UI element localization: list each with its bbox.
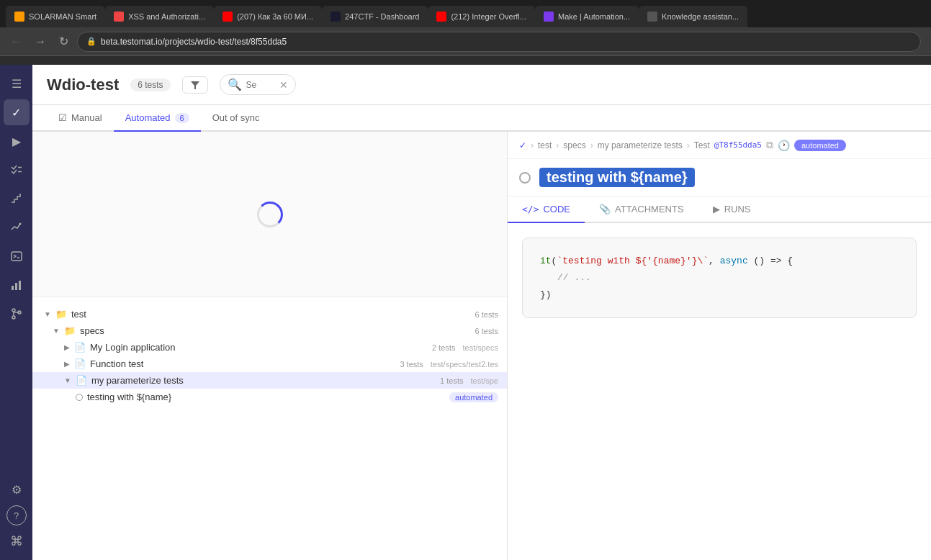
tree-item-testing-name-label: testing with ${name} (87, 392, 445, 402)
breadcrumb-sep-2: › (556, 140, 559, 150)
detail-tab-code[interactable]: </> CODE (508, 197, 585, 223)
content-split: ▼ 📁 test 6 tests ▼ 📁 specs 6 tests ▶ (32, 132, 931, 560)
tab-xss[interactable]: XSS and Authorizati... (105, 6, 214, 27)
help-icon[interactable]: ? (6, 505, 27, 525)
tab-make[interactable]: Make | Automation... (535, 6, 639, 27)
tree-item-my-login-path: test/specs (462, 343, 498, 352)
copy-icon[interactable]: ⧉ (766, 139, 773, 151)
hamburger-menu-icon[interactable]: ☰ (4, 71, 30, 96)
breadcrumb-sep-1: › (531, 140, 534, 150)
expand-icon[interactable]: ▼ (44, 310, 51, 318)
tree-item-function-test-path: test/specs/test2.tes (431, 360, 498, 369)
tree-folder-specs[interactable]: ▼ 📁 specs 6 tests (32, 322, 507, 339)
svg-point-2 (19, 223, 21, 225)
code-async-keyword: async (720, 256, 748, 266)
chart-icon[interactable] (4, 272, 30, 298)
tab-out-of-sync-label: Out of sync (212, 112, 260, 123)
specs-folder-icon: 📁 (64, 325, 76, 336)
checkmark-icon[interactable]: ✓ (4, 99, 30, 125)
runs-tab-label: RUNS (724, 204, 751, 214)
list-check-icon[interactable] (4, 157, 30, 183)
file-icon-function-test: 📄 (74, 358, 86, 369)
expand-specs-icon[interactable]: ▼ (53, 327, 60, 335)
filter-button[interactable] (182, 76, 208, 94)
expand-my-login-icon[interactable]: ▶ (64, 343, 70, 351)
tab-automated-label: Automated (125, 112, 171, 123)
svg-rect-7 (19, 281, 21, 290)
browser-tabs: SOLARMAN Smart XSS and Authorizati... (2… (0, 0, 931, 27)
breadcrumb-test-label[interactable]: Test (694, 140, 710, 150)
terminal-icon[interactable] (4, 243, 30, 269)
breadcrumb-test-id: @T8f55dda5 (714, 140, 762, 150)
tree-folder-test[interactable]: ▼ 📁 test 6 tests (32, 306, 507, 322)
tree-item-parameterize[interactable]: ▼ 📄 my parameterize tests 1 tests test/s… (32, 372, 507, 389)
project-title: Wdio-test (47, 76, 119, 94)
tab-out-of-sync[interactable]: Out of sync (201, 105, 271, 132)
code-block: it(`testing with ${'{name}'}\`, async ()… (522, 238, 917, 318)
address-bar[interactable]: 🔒 beta.testomat.io/projects/wdio-test/te… (77, 32, 921, 52)
back-button[interactable]: ← (6, 32, 26, 51)
tab-manual-label: Manual (71, 112, 102, 123)
breadcrumb-sep-4: › (687, 140, 690, 150)
code-panel: it(`testing with ${'{name}'}\`, async ()… (508, 223, 931, 560)
analytics-icon[interactable] (4, 214, 30, 240)
tab-247ctf[interactable]: 247CTF - Dashboard (322, 6, 428, 27)
tab-manual[interactable]: ☑ Manual (47, 105, 114, 132)
code-tab-label: CODE (543, 204, 570, 214)
breadcrumb-parameterize[interactable]: my parameterize tests (598, 140, 683, 150)
loading-spinner (257, 202, 283, 227)
tree-folder-test-count: 6 tests (475, 310, 498, 319)
test-status-circle (519, 172, 531, 184)
test-title-text: testing with ${name} (539, 168, 695, 187)
runs-tab-icon: ▶ (713, 204, 720, 214)
tab-207[interactable]: (207) Как 3а 60 МИ... (214, 6, 322, 27)
test-title-row: testing with ${name} (508, 159, 931, 197)
tree-item-my-login[interactable]: ▶ 📄 My Login application 2 tests test/sp… (32, 339, 507, 356)
tree-item-function-test-label: Function test (90, 358, 392, 369)
test-detail-panel: ✓ › test › specs › my parameterize tests… (508, 132, 931, 560)
icon-sidebar: ☰ ✓ ▶ ⚙ ? ⌘ (0, 65, 32, 560)
history-icon[interactable]: 🕐 (778, 140, 790, 151)
tab-automated-count: 6 (175, 113, 189, 123)
tests-count-badge: 6 tests (130, 78, 170, 91)
main-content: Wdio-test 6 tests 🔍 ✕ ☑ Manual Automated… (32, 65, 931, 560)
search-input[interactable] (246, 80, 275, 90)
settings-icon[interactable]: ⚙ (4, 477, 30, 502)
tree-item-parameterize-count: 1 tests (440, 376, 463, 385)
lock-icon: 🔒 (86, 37, 96, 46)
command-icon[interactable]: ⌘ (4, 528, 30, 554)
tab-212[interactable]: (212) Integer Overfl... (428, 6, 535, 27)
tree-loading-area (32, 132, 507, 297)
search-bar[interactable]: 🔍 ✕ (220, 74, 296, 95)
svg-rect-5 (12, 286, 14, 290)
breadcrumb-test[interactable]: test (538, 140, 552, 150)
tab-knowledge[interactable]: Knowledge assistan... (639, 6, 747, 27)
svg-marker-12 (191, 81, 199, 89)
expand-parameterize-icon[interactable]: ▼ (64, 376, 71, 384)
tab-solarman[interactable]: SOLARMAN Smart (6, 6, 105, 27)
tree-folder-specs-count: 6 tests (475, 327, 498, 335)
project-header: Wdio-test 6 tests 🔍 ✕ (32, 65, 931, 105)
search-close-icon[interactable]: ✕ (279, 79, 288, 91)
app-container: ☰ ✓ ▶ ⚙ ? ⌘ Wdio-test 6 tests (0, 65, 931, 560)
tabs-row: ☑ Manual Automated 6 Out of sync (32, 105, 931, 132)
breadcrumb-sep-3: › (590, 140, 593, 150)
reload-button[interactable]: ↻ (55, 32, 73, 51)
forward-button[interactable]: → (30, 32, 50, 51)
play-icon[interactable]: ▶ (4, 128, 30, 154)
automated-tag: automated (794, 140, 846, 151)
test-tree-panel: ▼ 📁 test 6 tests ▼ 📁 specs 6 tests ▶ (32, 132, 508, 560)
code-line-2: // ... (540, 269, 899, 286)
tree-item-testing-name[interactable]: testing with ${name} automated (32, 389, 507, 405)
tree-folder-test-label: test (71, 309, 468, 320)
breadcrumb-specs[interactable]: specs (563, 140, 585, 150)
git-icon[interactable] (4, 301, 30, 327)
expand-function-test-icon[interactable]: ▶ (64, 360, 70, 368)
detail-tab-attachments[interactable]: 📎 ATTACHMENTS (585, 197, 698, 223)
tab-automated[interactable]: Automated 6 (114, 105, 201, 132)
stairs-icon[interactable] (4, 186, 30, 212)
detail-breadcrumb: ✓ › test › specs › my parameterize tests… (508, 132, 931, 159)
svg-rect-6 (15, 283, 17, 290)
tree-item-function-test[interactable]: ▶ 📄 Function test 3 tests test/specs/tes… (32, 356, 507, 372)
detail-tab-runs[interactable]: ▶ RUNS (698, 197, 765, 223)
